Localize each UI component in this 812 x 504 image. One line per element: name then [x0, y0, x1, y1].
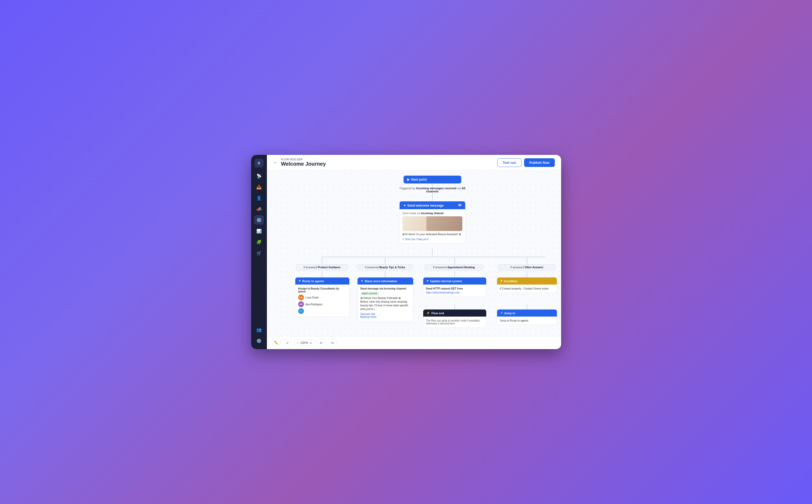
trigger-description: Triggered by Incoming messages received …: [397, 185, 468, 195]
route-icon: ✦: [299, 279, 301, 283]
zoom-control: − 100% +: [294, 339, 315, 346]
app-logo[interactable]: S: [255, 159, 264, 167]
trigger-event: Incoming messages received: [416, 187, 456, 190]
action-node-flow-end[interactable]: ⚡ Flow end The flow can jump to another …: [423, 309, 486, 328]
sidebar-icon-broadcast[interactable]: 📡: [254, 171, 264, 181]
welcome-node-label: Send welcome message: [407, 204, 444, 207]
flow-end-body: The flow can jump to another node if ava…: [423, 317, 486, 328]
publish-button[interactable]: Publish flow: [524, 158, 555, 167]
magic-wand-button[interactable]: ✏️: [272, 339, 281, 347]
condition-description: if Contact property - Contact Owner exis…: [500, 287, 554, 290]
send-media-label: Send media via Incoming channel: [402, 212, 462, 215]
sidebar-icon-commerce[interactable]: 🛒: [254, 248, 264, 258]
sidebar-icon-contacts[interactable]: 👤: [254, 193, 264, 203]
sidebar-icon-flows[interactable]: ⚙️: [254, 215, 264, 225]
skincare-link[interactable]: Skincare tips: [360, 313, 410, 316]
agent-row-3: +: [298, 308, 347, 314]
share-info-label: Share more information: [365, 280, 397, 283]
main-content: ← FLOW BUILDER Welcome Journey Test run …: [267, 155, 561, 349]
sidebar-icon-reports[interactable]: 📊: [254, 226, 264, 236]
help-link[interactable]: ≡ How can I help you?: [402, 238, 462, 241]
update-system-body: Send HTTP request GET from https://skinc…: [423, 285, 486, 297]
sidebar: S 📡 📥 👤 📣 ⚙️ 📊 🧩 🛒 👥 ⚙️: [251, 155, 267, 349]
send-msg-label: Send message via Incoming channel: [360, 287, 410, 290]
update-system-label: Update internal system: [430, 280, 462, 283]
branch-label-other-answers: If answered Other Answers: [498, 264, 556, 270]
start-icon: ▶: [407, 178, 410, 181]
welcome-message-text: ✿ Hi there! I'm your dedicated Beauty As…: [402, 233, 462, 236]
agent-name-luna: Luna Grant: [306, 296, 319, 299]
zoom-level: 100%: [300, 341, 308, 345]
jump-to-label: Jump to: [504, 312, 515, 315]
action-node-jump-to[interactable]: ↗ Jump to Jump to Route to agents: [497, 309, 557, 325]
action-node-update-system[interactable]: ✦ Update internal system Send HTTP reque…: [423, 277, 486, 297]
undo-button[interactable]: ↩: [317, 339, 326, 347]
media-image: [402, 216, 462, 231]
avatar-ava: AR: [298, 301, 304, 307]
welcome-node-body: Send media via Incoming channel ✿ Hi the…: [400, 209, 465, 244]
http-request-label: Send HTTP request GET from: [426, 287, 483, 290]
action-node-condition[interactable]: ✦ Condition if Contact property - Contac…: [497, 277, 557, 293]
test-run-button[interactable]: Test run: [497, 158, 521, 167]
agent-row-2: AR Ava Rodriguez: [298, 301, 347, 307]
new-leads-badge: NEW LEADS: [360, 292, 379, 295]
jump-to-description: Jump to Route to agents: [500, 319, 554, 322]
jump-to-body: Jump to Route to agents: [497, 317, 557, 325]
flow-end-description: The flow can jump to another node if ava…: [426, 319, 483, 325]
condition-label: Condition: [504, 280, 517, 283]
canvas-toolbar: ✏️ ⤢ − 100% + ↩ ↪: [267, 336, 561, 349]
start-node[interactable]: ▶ Start point: [404, 176, 461, 183]
sidebar-icon-team[interactable]: 👥: [254, 325, 264, 334]
page-title: Welcome Journey: [281, 161, 326, 167]
branch-label-beauty-tips: If answered Beauty Tips & Tricks: [358, 264, 413, 270]
action-node-share-info[interactable]: ✦ Share more information Send message vi…: [358, 277, 413, 321]
avatar-luna: LG: [298, 295, 304, 300]
eye-icon[interactable]: 👁: [458, 203, 462, 207]
zoom-out-button[interactable]: −: [297, 341, 299, 345]
update-icon: ✦: [426, 279, 429, 283]
flow-container: ▶ Start point Triggered by Incoming mess…: [267, 170, 561, 336]
redo-button[interactable]: ↪: [328, 339, 337, 347]
device-frame: S 📡 📥 👤 📣 ⚙️ 📊 🧩 🛒 👥 ⚙️ ← FLOW BUILDER W…: [251, 155, 561, 349]
zoom-in-button[interactable]: +: [310, 341, 312, 345]
sidebar-icon-settings[interactable]: ⚙️: [254, 336, 264, 345]
fullscreen-button[interactable]: ⤢: [283, 339, 292, 347]
sidebar-icon-inbox[interactable]: 📥: [254, 182, 264, 192]
welcome-node-header[interactable]: ✦ Send welcome message 👁: [400, 201, 465, 209]
share-info-body: Send message via Incoming channel NEW LE…: [358, 285, 413, 321]
action-node-route-to-agents[interactable]: ✦ Route to agents Assign to Beauty Consu…: [295, 277, 349, 317]
flow-end-icon: ⚡: [426, 311, 430, 315]
route-to-agents-label: Route to agents: [302, 280, 324, 283]
branch-label-appointment: If answered Appointment Booking: [425, 264, 484, 270]
condition-body: if Contact property - Contact Owner exis…: [497, 285, 557, 293]
back-button[interactable]: ←: [273, 160, 278, 165]
beauty-message-preview: ✿ Unlock Your Beauty Potential! ✿Before …: [360, 296, 410, 311]
sidebar-icon-campaigns[interactable]: 📣: [254, 204, 264, 214]
avatar-extra: +: [298, 308, 304, 314]
flow-end-label: Flow end: [432, 312, 444, 315]
flow-canvas[interactable]: ▶ Start point Triggered by Incoming mess…: [267, 170, 561, 336]
route-to-agents-body: Assign to Beauty Consultants by queue LG…: [295, 285, 349, 317]
list-icon: ≡: [402, 238, 404, 241]
section-label: FLOW BUILDER: [281, 158, 326, 161]
sidebar-icon-integrations[interactable]: 🧩: [254, 237, 264, 247]
booking-url: https://skincarebookings.com: [426, 291, 483, 294]
branch-label-product-guidance: If answered Product Guidance: [296, 264, 348, 270]
assign-queue-label: Assign to Beauty Consultants by queue: [298, 287, 347, 293]
header: ← FLOW BUILDER Welcome Journey Test run …: [267, 155, 561, 170]
start-label: Start point: [411, 178, 427, 181]
agent-name-ava: Ava Rodriguez: [306, 303, 323, 306]
lightning-icon: ✦: [403, 204, 406, 207]
share-icon: ✦: [361, 279, 363, 283]
condition-icon: ✦: [500, 279, 502, 283]
makeup-link[interactable]: Makeup tricks: [360, 316, 410, 318]
jump-icon: ↗: [500, 311, 502, 315]
agent-row-1: LG Luna Grant: [298, 295, 347, 300]
